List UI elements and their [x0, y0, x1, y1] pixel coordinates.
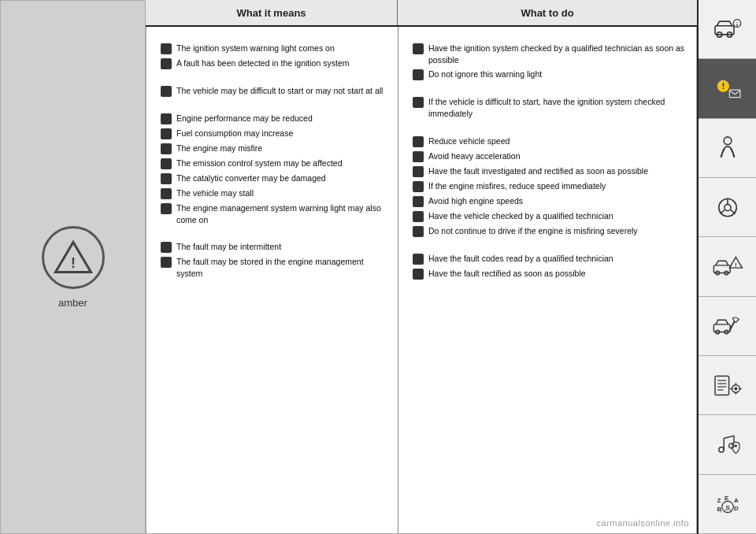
svg-text:!: ! — [70, 254, 75, 271]
bullet-icon — [413, 196, 424, 207]
wim-item: The vehicle may stall — [161, 187, 390, 199]
wtd-item: If the engine misfires, reduce speed imm… — [413, 180, 688, 192]
bullet-icon — [413, 69, 424, 80]
header-what-it-means: What it means — [146, 0, 398, 25]
svg-point-11 — [724, 137, 732, 145]
warning-circle: ! — [42, 226, 105, 289]
bullet-text: Have the fault investigated and rectifie… — [428, 165, 688, 177]
watermark: carmanualsonline.info — [596, 518, 689, 528]
bullet-text: The vehicle may be difficult to start or… — [176, 85, 390, 97]
what-to-do-column: Have the ignition system checked by a qu… — [398, 27, 696, 533]
bullet-icon — [161, 158, 172, 169]
bullet-icon — [161, 203, 172, 214]
content-area: What it means What to do The ignition sy… — [146, 0, 697, 534]
wim-item: The vehicle may be difficult to start or… — [161, 85, 390, 97]
wim-item: The catalytic converter may be damaged — [161, 172, 390, 184]
wtd-section-1: If the vehicle is difficult to start, ha… — [413, 96, 688, 119]
svg-point-40 — [734, 444, 736, 447]
bullet-icon — [161, 257, 172, 268]
svg-text:E: E — [724, 495, 729, 502]
what-it-means-column: The ignition system warning light comes … — [146, 27, 398, 533]
nav-item-6[interactable] — [699, 356, 756, 415]
bullet-text: Have the vehicle checked by a qualified … — [428, 210, 688, 222]
bullet-text: Reduce vehicle speed — [428, 135, 688, 147]
right-sidebar: ! ! — [697, 0, 756, 534]
bullet-text: Avoid heavy acceleration — [428, 150, 688, 162]
bullet-icon — [413, 226, 424, 237]
svg-rect-10 — [729, 90, 740, 98]
bullet-text: If the vehicle is difficult to start, ha… — [428, 96, 688, 119]
wim-item: The engine may misfire — [161, 143, 390, 154]
svg-text:!: ! — [735, 261, 737, 268]
bullet-text: The emission control system may be affec… — [176, 158, 390, 169]
svg-text:!: ! — [721, 82, 724, 91]
wtd-item: Avoid heavy acceleration — [413, 150, 688, 162]
bullet-icon — [161, 242, 172, 253]
wtd-item: If the vehicle is difficult to start, ha… — [413, 96, 688, 119]
header-row: What it means What to do — [146, 0, 697, 27]
nav-item-8[interactable]: Z E B S A D I C T — [699, 475, 756, 534]
nav-item-1[interactable]: ! — [699, 59, 756, 118]
wtd-item: Have the fault codes read by a qualified… — [413, 253, 688, 265]
wtd-item: Have the vehicle checked by a qualified … — [413, 210, 688, 222]
nav-item-2[interactable] — [699, 119, 756, 178]
bullet-text: The fault may be stored in the engine ma… — [176, 256, 390, 279]
wim-item: The emission control system may be affec… — [161, 158, 390, 169]
bullet-icon — [413, 151, 424, 162]
wtd-item: Have the ignition system checked by a qu… — [413, 43, 688, 65]
svg-text:Z: Z — [717, 497, 721, 504]
svg-rect-26 — [715, 376, 729, 395]
svg-text:T: T — [728, 509, 732, 514]
nav-item-4[interactable]: ! — [699, 237, 756, 296]
body-row: The ignition system warning light comes … — [146, 27, 697, 534]
nav-item-3[interactable] — [699, 178, 756, 237]
symbol-column: ! amber — [0, 0, 146, 534]
main-container: ! amber What it means What to do The ign… — [0, 0, 756, 534]
bullet-text: The engine may misfire — [176, 143, 390, 154]
bullet-icon — [161, 143, 172, 154]
svg-line-16 — [731, 210, 736, 213]
wim-item: The ignition system warning light comes … — [161, 43, 390, 54]
warning-triangle-icon: ! — [53, 239, 94, 275]
wtd-section-3: Have the fault codes read by a qualified… — [413, 253, 688, 280]
bullet-text: Have the ignition system checked by a qu… — [428, 43, 688, 65]
svg-point-37 — [718, 447, 723, 452]
bullet-icon — [413, 181, 424, 192]
bullet-icon — [413, 43, 424, 54]
wim-item: The fault may be stored in the engine ma… — [161, 256, 390, 279]
bullet-icon — [161, 113, 172, 124]
bullet-text: Have the fault codes read by a qualified… — [428, 253, 688, 265]
bullet-text: The engine management system warning lig… — [176, 202, 390, 225]
wtd-item: Avoid high engine speeds — [413, 195, 688, 207]
bullet-text: A fault has been detected in the ignitio… — [176, 57, 390, 69]
nav-item-5[interactable] — [699, 297, 756, 356]
svg-point-32 — [734, 387, 737, 390]
header-what-to-do: What to do — [398, 0, 697, 25]
wtd-item: Do not ignore this warning light — [413, 69, 688, 80]
bullet-icon — [413, 254, 424, 265]
bullet-icon — [161, 58, 172, 69]
wtd-item: Have the fault rectified as soon as poss… — [413, 268, 688, 280]
bullet-icon — [161, 173, 172, 184]
bullet-icon — [413, 136, 424, 147]
wtd-item: Have the fault investigated and rectifie… — [413, 165, 688, 177]
wtd-item: Do not continue to drive if the engine i… — [413, 225, 688, 237]
bullet-text: Do not ignore this warning light — [428, 69, 688, 80]
bullet-icon — [413, 97, 424, 108]
wim-section-1: The vehicle may be difficult to start or… — [161, 85, 390, 97]
svg-text:D: D — [734, 505, 739, 512]
bullet-icon — [161, 86, 172, 97]
bullet-icon — [161, 128, 172, 139]
bullet-text: The fault may be intermittent — [176, 241, 390, 253]
nav-item-0[interactable] — [699, 0, 756, 59]
nav-item-7[interactable] — [699, 415, 756, 474]
bullet-text: If the engine misfires, reduce speed imm… — [428, 180, 688, 192]
bullet-icon — [413, 211, 424, 222]
bullet-icon — [413, 166, 424, 177]
bullet-text: Have the fault rectified as soon as poss… — [428, 268, 688, 280]
bullet-icon — [161, 188, 172, 199]
bullet-text: Do not continue to drive if the engine i… — [428, 225, 688, 237]
wim-item: A fault has been detected in the ignitio… — [161, 57, 390, 69]
bullet-icon — [161, 43, 172, 54]
bullet-text: The ignition system warning light comes … — [176, 43, 390, 54]
